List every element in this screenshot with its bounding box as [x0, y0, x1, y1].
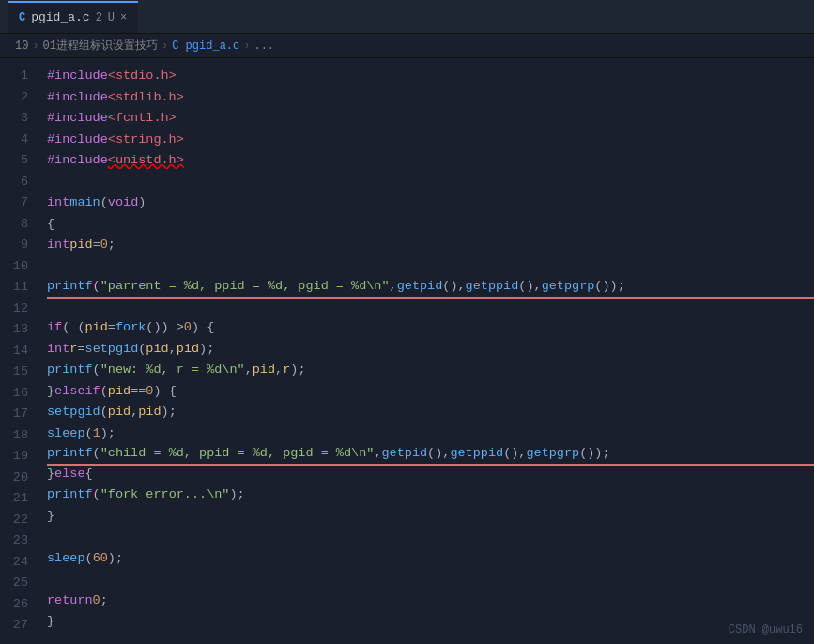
code-line: } — [47, 506, 814, 528]
breadcrumb-part-1: 10 — [15, 39, 28, 53]
tab-badge: 2 — [96, 11, 102, 24]
code-line — [47, 297, 814, 318]
code-line: sleep(60); — [47, 548, 814, 570]
line-number: 25 — [0, 573, 28, 594]
line-number: 12 — [0, 299, 28, 320]
code-line: #include <stdio.h> — [47, 66, 814, 87]
line-number: 26 — [0, 594, 28, 616]
line-number: 4 — [0, 130, 28, 151]
breadcrumb-part-3: ... — [253, 39, 274, 53]
line-number: 17 — [0, 404, 28, 425]
breadcrumb: 10 › 01进程组标识设置技巧 › C pgid_a.c › ... — [0, 34, 814, 58]
file-type-icon: C — [19, 11, 25, 24]
code-line: { — [47, 214, 814, 236]
line-number: 20 — [0, 468, 28, 489]
code-line: int r = setpgid(pid, pid); — [47, 339, 814, 360]
breadcrumb-sep-1: › — [32, 39, 38, 53]
code-line: } — [47, 611, 814, 633]
code-line: #include <unistd.h> — [47, 150, 814, 172]
code-line — [47, 527, 814, 548]
code-line — [47, 172, 814, 193]
close-icon[interactable]: × — [120, 11, 127, 24]
code-line: sleep(1); — [47, 423, 814, 445]
line-number: 22 — [0, 510, 28, 531]
line-numbers: 1234567891011121314151617181920212223242… — [0, 58, 39, 644]
line-number: 27 — [0, 615, 28, 636]
line-number: 11 — [0, 277, 28, 299]
watermark: CSDN @uwu16 — [729, 623, 803, 636]
breadcrumb-sep-3: › — [243, 39, 250, 53]
line-number: 7 — [0, 192, 28, 214]
line-number: 15 — [0, 361, 28, 383]
line-number: 19 — [0, 446, 28, 468]
line-number: 21 — [0, 488, 28, 510]
code-line: return 0; — [47, 590, 814, 612]
line-number: 13 — [0, 319, 28, 341]
line-number: 1 — [0, 66, 28, 87]
code-line — [47, 256, 814, 278]
title-bar: C pgid_a.c 2 U × — [0, 0, 814, 34]
line-number: 8 — [0, 214, 28, 236]
line-number: 14 — [0, 341, 28, 362]
code-line: } else { — [47, 464, 814, 485]
code-line: setpgid(pid, pid); — [47, 402, 814, 423]
code-line — [47, 569, 814, 590]
code-area[interactable]: #include <stdio.h>#include <stdlib.h>#in… — [39, 58, 814, 644]
tab-label: pgid_a.c — [31, 10, 89, 24]
code-line: printf("child = %d, ppid = %d, pgid = %d… — [47, 444, 814, 466]
line-number: 9 — [0, 235, 28, 256]
code-line: int pid = 0; — [47, 235, 814, 256]
line-number: 16 — [0, 383, 28, 405]
code-line: printf("fork error...\n"); — [47, 484, 814, 506]
code-line: if( (pid = fork()) > 0 ) { — [47, 317, 814, 339]
code-line: #include <string.h> — [47, 130, 814, 151]
line-number: 5 — [0, 150, 28, 172]
breadcrumb-part-2: 01进程组标识设置技巧 — [43, 38, 158, 54]
line-number: 2 — [0, 87, 28, 109]
code-line: } else if( pid == 0 ) { — [47, 381, 814, 403]
line-number: 24 — [0, 552, 28, 574]
breadcrumb-sep-2: › — [161, 39, 168, 53]
breadcrumb-file[interactable]: C pgid_a.c — [172, 39, 239, 53]
line-number: 10 — [0, 256, 28, 278]
line-number: 23 — [0, 530, 28, 552]
file-tab[interactable]: C pgid_a.c 2 U × — [8, 1, 138, 33]
line-number: 3 — [0, 108, 28, 130]
editor: 1234567891011121314151617181920212223242… — [0, 58, 814, 644]
code-line: #include <fcntl.h> — [47, 108, 814, 130]
code-line: #include <stdlib.h> — [47, 87, 814, 109]
code-line: printf("new: %d, r = %d\n", pid, r); — [47, 360, 814, 381]
line-number: 18 — [0, 425, 28, 447]
code-line: printf("parrent = %d, ppid = %d, pgid = … — [47, 277, 814, 299]
tab-modified: U — [108, 11, 115, 24]
code-line: int main(void) — [47, 192, 814, 214]
line-number: 6 — [0, 172, 28, 193]
